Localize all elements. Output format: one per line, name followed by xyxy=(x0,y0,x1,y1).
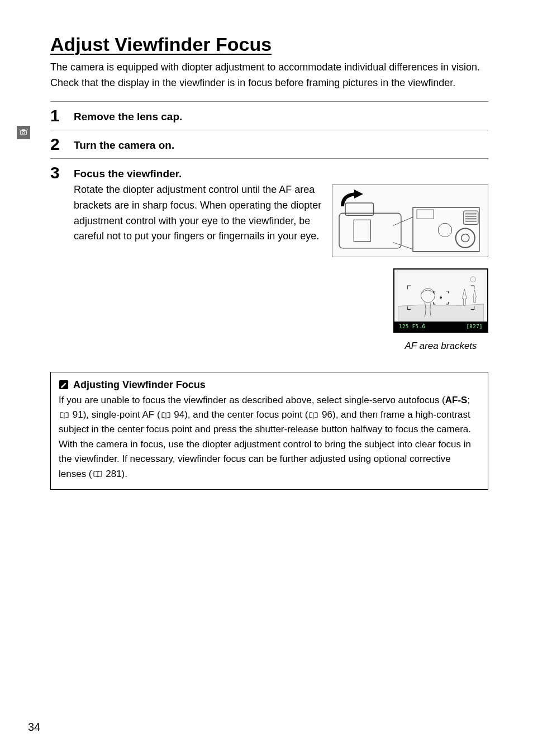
svg-point-26 xyxy=(440,297,442,299)
svg-point-19 xyxy=(456,228,475,247)
svg-point-20 xyxy=(461,234,469,242)
svg-rect-8 xyxy=(354,220,370,241)
step-title: Remove the lens cap. xyxy=(74,106,488,123)
viewfinder-preview-illustration: 125 F5.6 [827] xyxy=(393,268,488,333)
page-title: Adjust Viewfinder Focus xyxy=(50,34,488,55)
note-box: Adjusting Viewfinder Focus If you are un… xyxy=(50,372,488,490)
svg-rect-21 xyxy=(417,210,434,219)
camera-diopter-illustration xyxy=(332,185,488,257)
page-ref-icon xyxy=(93,471,102,478)
svg-point-22 xyxy=(438,223,451,237)
svg-line-4 xyxy=(26,129,27,130)
page-ref-icon xyxy=(161,412,170,419)
step-title: Focus the viewfinder. xyxy=(74,163,488,180)
step-row: 3 Focus the viewfinder. Rotate the diopt… xyxy=(50,159,488,352)
note-body: If you are unable to focus the viewfinde… xyxy=(59,393,480,481)
viewfinder-readout-right: [827] xyxy=(466,324,483,329)
af-mode-label: AF-S xyxy=(445,395,468,405)
svg-line-3 xyxy=(20,129,21,130)
svg-point-1 xyxy=(22,131,25,134)
page-number: 34 xyxy=(28,721,40,734)
page-ref-icon xyxy=(60,412,69,419)
pencil-note-icon xyxy=(59,380,69,390)
step-list: 1 Remove the lens cap. 2 Turn the camera… xyxy=(50,101,488,352)
note-title: Adjusting Viewfinder Focus xyxy=(73,379,206,391)
section-tab-icon xyxy=(17,126,30,139)
viewfinder-readout-left: 125 F5.6 xyxy=(399,324,425,329)
step-row: 1 Remove the lens cap. xyxy=(50,102,488,130)
step-number: 3 xyxy=(50,163,74,352)
camera-outline-icon xyxy=(337,197,483,254)
step-row: 2 Turn the camera on. xyxy=(50,130,488,159)
svg-rect-6 xyxy=(339,213,401,248)
page-ref-icon xyxy=(309,412,318,419)
step-illustrations: 125 F5.6 [827] AF area brackets xyxy=(332,180,488,352)
svg-rect-2 xyxy=(22,130,25,131)
step-number: 1 xyxy=(50,106,74,124)
step-title: Turn the camera on. xyxy=(74,135,488,152)
intro-paragraph: The camera is equipped with diopter adju… xyxy=(50,60,488,91)
illustration-caption: AF area brackets xyxy=(393,341,488,352)
svg-line-9 xyxy=(393,217,413,225)
step-body: Rotate the diopter adjustment control un… xyxy=(74,182,322,352)
step-number: 2 xyxy=(50,135,74,153)
svg-rect-0 xyxy=(20,131,26,135)
